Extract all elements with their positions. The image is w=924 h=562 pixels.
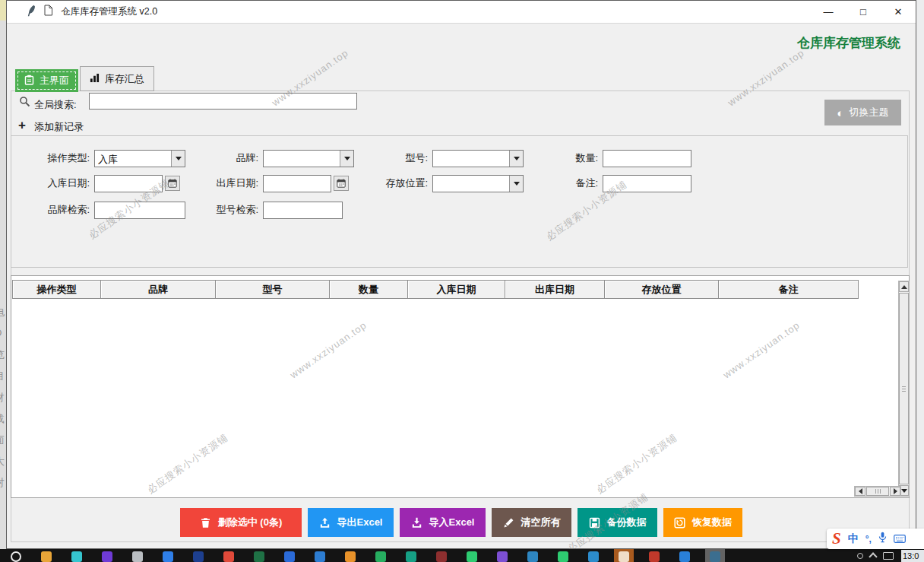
model-search-input[interactable]	[263, 202, 343, 219]
storage-location-combobox[interactable]	[432, 175, 524, 192]
ime-punctuation-indicator[interactable]: °,	[865, 534, 872, 545]
tray-caret-icon[interactable]	[869, 552, 877, 560]
minimize-button[interactable]: —	[811, 1, 846, 23]
table-header-row: 操作类型品牌型号数量入库日期出库日期存放位置备注	[12, 280, 859, 299]
document-icon	[43, 5, 53, 19]
restore-icon	[674, 517, 685, 529]
operation-type-combobox[interactable]: 入库	[94, 150, 185, 167]
taskbar-icon-teal-app[interactable]	[406, 549, 416, 562]
background-window-text: D	[0, 327, 2, 338]
maximize-button[interactable]: □	[846, 1, 881, 23]
background-window-text: 载	[0, 412, 5, 426]
app-window: 仓库库存管理系统 v2.0 — □ ✕ 仓库库存管理系统 主界面 库存汇总 全局…	[6, 0, 916, 549]
calendar-icon[interactable]	[334, 176, 349, 191]
taskbar-icon-blue-rounded[interactable]	[679, 549, 690, 562]
calendar-icon[interactable]	[165, 176, 180, 191]
brand-combobox[interactable]	[263, 150, 354, 167]
taskbar-icon-orange-cat[interactable]	[345, 549, 356, 562]
background-window-text: 目	[0, 370, 5, 383]
global-search-input[interactable]	[89, 93, 357, 110]
taskbar-icon-premiere[interactable]	[102, 549, 112, 562]
taskbar-icon-vscode[interactable]	[588, 549, 599, 562]
column-header-2[interactable]: 品牌	[100, 280, 216, 299]
column-header-1[interactable]: 操作类型	[12, 280, 101, 299]
tray-keyboard-icon[interactable]	[883, 552, 894, 560]
close-button[interactable]: ✕	[881, 1, 916, 23]
outbound-date-input[interactable]	[263, 175, 331, 192]
backup-data-button[interactable]: 备份数据	[578, 508, 657, 537]
column-header-5[interactable]: 入库日期	[407, 280, 505, 299]
taskbar-icon-chrome[interactable]	[223, 549, 234, 562]
taskbar-icon-python[interactable]	[705, 549, 725, 562]
scroll-left-button[interactable]	[855, 487, 865, 496]
taskbar-icon-blue-folder[interactable]	[193, 549, 204, 562]
taskbar-icon-search[interactable]	[11, 549, 21, 562]
export-excel-button[interactable]: 导出Excel	[308, 508, 394, 537]
system-tray[interactable]	[857, 551, 894, 560]
taskbar	[0, 549, 924, 562]
taskbar-icon-file-explorer[interactable]	[41, 549, 52, 562]
clear-all-button[interactable]: 清空所有	[492, 508, 571, 537]
vertical-scroll-thumb[interactable]	[899, 293, 909, 484]
taskbar-icon-purple-pen[interactable]	[497, 549, 508, 562]
edge-chars: 电D览目材载面大对	[0, 306, 6, 502]
quantity-input[interactable]	[603, 150, 691, 167]
scroll-right-button[interactable]	[890, 487, 900, 496]
taskbar-icon-cat-active[interactable]	[614, 549, 634, 562]
taskbar-icon-blue-app[interactable]	[315, 549, 325, 562]
column-header-3[interactable]: 型号	[215, 280, 330, 299]
taskbar-icon-wechat[interactable]	[467, 549, 477, 562]
titlebar: 仓库库存管理系统 v2.0 — □ ✕	[7, 1, 916, 24]
switch-theme-label: 切换主题	[850, 106, 889, 119]
tab-summary-label: 库存汇总	[105, 72, 144, 86]
background-window-text: 电	[0, 306, 5, 319]
microphone-icon[interactable]	[878, 532, 887, 546]
taskbar-icon-blue-plus[interactable]	[163, 549, 173, 562]
taskbar-icon-excel[interactable]	[254, 549, 264, 562]
taskbar-icon-blue-p[interactable]	[284, 549, 295, 562]
global-search-label: 全局搜索:	[34, 98, 77, 112]
window-title: 仓库库存管理系统 v2.0	[61, 5, 157, 18]
tab-inventory-summary[interactable]: 库存汇总	[80, 66, 154, 91]
model-combobox[interactable]	[432, 150, 524, 167]
tray-dot-icon[interactable]	[857, 553, 863, 559]
form-field-model-search: 型号检索:	[180, 201, 343, 219]
brand-search-input[interactable]	[94, 202, 185, 219]
delete-selected-button[interactable]: 删除选中 (0条)	[180, 508, 302, 537]
horizontal-scrollbar[interactable]	[854, 486, 901, 497]
taskbar-icon-green-m[interactable]	[375, 549, 386, 562]
taskbar-icon-red-circle[interactable]	[436, 549, 447, 562]
export-icon	[319, 517, 331, 529]
taskbar-icon-blue-m[interactable]	[527, 549, 538, 562]
keyboard-icon[interactable]	[894, 532, 906, 546]
restore-data-button[interactable]: 恢复数据	[663, 508, 742, 537]
taskbar-icon-edge[interactable]	[71, 549, 82, 562]
sogou-logo-icon[interactable]: S	[832, 531, 841, 547]
column-header-7[interactable]: 存放位置	[604, 280, 719, 299]
column-header-4[interactable]: 数量	[329, 280, 408, 299]
clipboard-icon	[24, 75, 34, 87]
horizontal-scroll-thumb[interactable]	[866, 487, 889, 496]
model-value	[433, 151, 509, 167]
ime-language-indicator[interactable]: 中	[848, 532, 859, 546]
switch-theme-button[interactable]: ◐ 切换主题	[824, 100, 901, 125]
ime-toolbar[interactable]: S 中 °,	[827, 529, 924, 549]
remark-input[interactable]	[603, 175, 691, 192]
background-window-text: 材	[0, 391, 5, 405]
column-header-6[interactable]: 出库日期	[505, 280, 605, 299]
form-field-brand-search: 品牌检索:	[11, 201, 185, 219]
taskbar-icon-gray-app[interactable]	[132, 549, 143, 562]
tab-main[interactable]: 主界面	[15, 69, 78, 92]
vertical-scrollbar[interactable]	[898, 281, 910, 497]
form-field-quantity: 数量:	[520, 149, 691, 167]
desktop: 电D览目材载面大对 仓库库存管理系统 v2.0 — □ ✕ 仓库库存管理系统 主…	[0, 0, 924, 562]
python-feather-icon	[27, 5, 36, 20]
import-excel-button[interactable]: 导入Excel	[400, 508, 486, 537]
taskbar-icon-green-square[interactable]	[558, 549, 568, 562]
inbound-date-input[interactable]	[94, 175, 163, 192]
add-new-record-label[interactable]: 添加新记录	[34, 120, 84, 134]
scroll-up-button[interactable]	[899, 281, 909, 292]
taskbar-icon-red-box[interactable]	[649, 549, 660, 562]
add-record-form: 操作类型:入库品牌:型号:数量:入库日期:出库日期:存放位置:备注:品牌检索:型…	[11, 135, 908, 268]
column-header-8[interactable]: 备注	[718, 280, 859, 299]
